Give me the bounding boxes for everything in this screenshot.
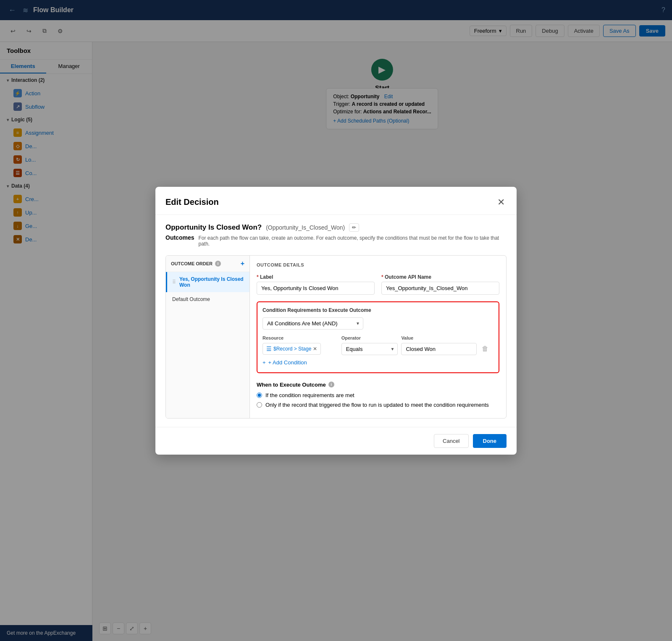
cancel-button[interactable]: Cancel — [434, 434, 468, 448]
add-condition-label: + Add Condition — [268, 359, 307, 366]
decision-api: (Opportunity_Is_Closed_Won) — [266, 224, 345, 231]
add-outcome-button[interactable]: + — [241, 260, 244, 267]
radio-always[interactable] — [257, 392, 262, 398]
value-cell — [401, 343, 477, 355]
drag-handle-icon: ⠿ — [172, 279, 176, 285]
outcome-item-0[interactable]: ⠿ Yes, Opportunity Is Closed Won — [166, 272, 249, 292]
api-name-group: * Outcome API Name — [381, 274, 499, 295]
decision-name: Opportunity Is Closed Won? — [165, 223, 262, 232]
outcome-label-0: Yes, Opportunity Is Closed Won — [179, 276, 244, 288]
done-button[interactable]: Done — [473, 434, 507, 448]
decision-edit-button[interactable]: ✏ — [349, 223, 359, 232]
list-icon: ☰ — [266, 345, 272, 352]
operator-select[interactable]: Equals Not Equal To Contains Starts With — [341, 343, 398, 355]
add-condition-button[interactable]: + + Add Condition — [262, 358, 307, 367]
modal-title: Edit Decision — [165, 197, 219, 207]
outcome-details-title: OUTCOME DETAILS — [257, 262, 499, 267]
api-name-input[interactable] — [381, 282, 499, 295]
resource-tag: ☰ $Record > Stage ✕ — [262, 343, 321, 355]
outcomes-label: Outcomes — [165, 234, 194, 241]
resource-value: $Record > Stage — [273, 346, 311, 352]
decision-name-row: Opportunity Is Closed Won? (Opportunity_… — [165, 223, 507, 232]
outcome-label-default: Default Outcome — [172, 296, 210, 302]
condition-row-0: ☰ $Record > Stage ✕ Equals Not Equal To … — [262, 343, 494, 355]
radio-option-1: If the condition requirements are met — [257, 392, 499, 398]
outcome-item-default[interactable]: Default Outcome — [166, 292, 249, 306]
operator-cell: Equals Not Equal To Contains Starts With — [341, 343, 398, 355]
value-col-header: Value — [401, 335, 477, 340]
modal-header: Edit Decision ✕ — [155, 187, 517, 215]
resource-col-header: Resource — [262, 335, 338, 340]
label-api-row: * Label * Outcome API Name — [257, 274, 499, 295]
when-to-execute-label: When to Execute Outcome i — [257, 382, 499, 388]
modal-overlay: Edit Decision ✕ Opportunity Is Closed Wo… — [0, 0, 672, 641]
condition-box: Condition Requirements to Execute Outcom… — [257, 301, 499, 373]
edit-decision-modal: Edit Decision ✕ Opportunity Is Closed Wo… — [155, 187, 517, 455]
when-info-icon[interactable]: i — [328, 382, 334, 387]
resource-cell: ☰ $Record > Stage ✕ — [262, 343, 338, 355]
radio-updated-label: Only if the record that triggered the fl… — [265, 402, 489, 408]
value-input[interactable] — [401, 343, 477, 355]
api-name-label: * Outcome API Name — [381, 274, 499, 280]
modal-footer: Cancel Done — [155, 427, 517, 455]
label-required-star: * — [257, 274, 259, 280]
outcome-order-panel: OUTCOME ORDER i + ⠿ Yes, Opportunity Is … — [166, 256, 250, 418]
condition-requirements-select[interactable]: All Conditions Are Met (AND) Any Conditi… — [262, 317, 363, 330]
outcome-details-panel: OUTCOME DETAILS * Label * — [250, 256, 506, 418]
outcome-order-header: OUTCOME ORDER i + — [166, 256, 249, 272]
label-field-label: * Label — [257, 274, 375, 280]
outcomes-layout: OUTCOME ORDER i + ⠿ Yes, Opportunity Is … — [165, 255, 507, 419]
api-required-star: * — [381, 274, 383, 280]
outcomes-desc: For each path the flow can take, create … — [198, 235, 507, 247]
modal-body: Opportunity Is Closed Won? (Opportunity_… — [155, 215, 517, 427]
radio-option-2: Only if the record that triggered the fl… — [257, 402, 499, 408]
when-to-execute-section: When to Execute Outcome i If the conditi… — [257, 382, 499, 408]
outcome-order-label: OUTCOME ORDER — [171, 261, 213, 266]
radio-always-label: If the condition requirements are met — [265, 392, 354, 398]
radio-updated[interactable] — [257, 402, 262, 408]
delete-cell: 🗑 — [480, 343, 494, 354]
condition-requirements-row: All Conditions Are Met (AND) Any Conditi… — [262, 317, 494, 330]
resource-close-icon[interactable]: ✕ — [313, 346, 317, 352]
pencil-icon: ✏ — [352, 225, 356, 230]
outcome-order-info-icon[interactable]: i — [215, 261, 221, 267]
label-group: * Label — [257, 274, 375, 295]
label-input[interactable] — [257, 282, 375, 295]
modal-close-button[interactable]: ✕ — [496, 195, 507, 209]
plus-icon: + — [262, 359, 266, 366]
operator-col-header: Operator — [341, 335, 398, 340]
condition-box-title: Condition Requirements to Execute Outcom… — [262, 307, 494, 313]
delete-condition-button[interactable]: 🗑 — [480, 343, 490, 354]
condition-select-wrapper: All Conditions Are Met (AND) Any Conditi… — [262, 317, 363, 330]
